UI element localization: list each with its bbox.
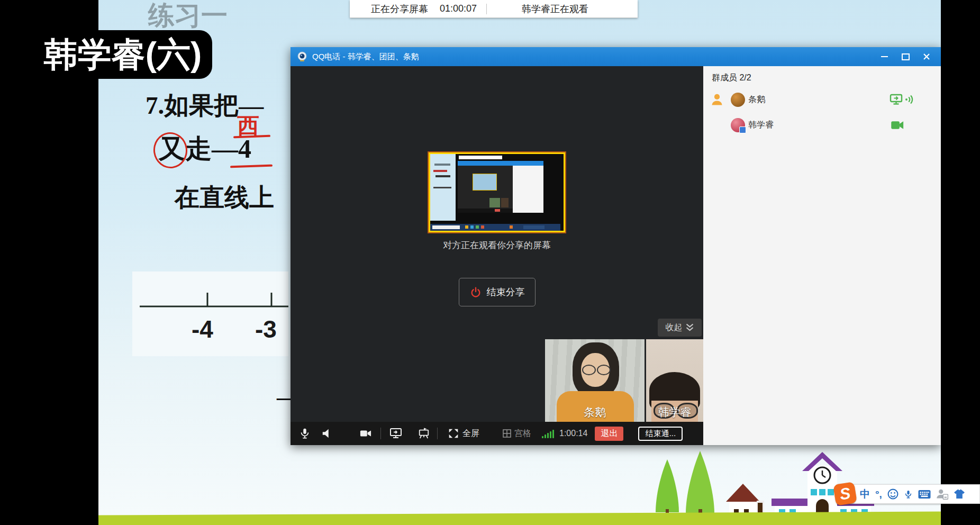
preview-window: [458, 161, 543, 213]
members-panel-header: 群成员 2/2: [712, 73, 941, 84]
whiteboard-button[interactable]: [418, 427, 430, 440]
power-icon: [470, 286, 482, 298]
preview-taskbar: [430, 224, 560, 231]
number-line-figure: -4 -3: [132, 271, 288, 356]
minimize-icon: [881, 56, 888, 57]
toolbar-divider: [380, 428, 381, 439]
chevron-double-down-icon: [685, 323, 694, 332]
end-share-label: 结束分享: [487, 286, 525, 298]
screen-share-button[interactable]: [389, 427, 402, 440]
annotation-name-tag: 韩学睿(六): [33, 30, 212, 79]
member-audio-icon: [905, 95, 914, 104]
member-name: 韩学睿: [748, 120, 774, 131]
collapse-videos-button[interactable]: 收起: [658, 319, 702, 337]
math-problem-line3: 在直线上: [175, 181, 274, 214]
glasses-left: [582, 365, 596, 375]
preview-slide-strip: [430, 154, 456, 221]
avatar: [731, 118, 745, 132]
toolbar-divider: [437, 428, 438, 439]
video-tile-hanxuerui[interactable]: 韩学睿: [646, 339, 703, 422]
maximize-icon: [902, 53, 910, 60]
microphone-button[interactable]: [299, 427, 311, 440]
video-name-label: 韩学睿: [646, 405, 703, 420]
voice-input-icon[interactable]: [904, 488, 913, 500]
call-toolbar: 全屏 宫格 1:00:14 退出 结束通...: [291, 422, 703, 445]
grass-strip: [98, 512, 941, 525]
grid-view-label[interactable]: 宫格: [514, 428, 531, 439]
viewer-status-label: 韩学睿正在观看: [522, 3, 588, 15]
glasses-right: [597, 365, 611, 375]
sharing-caption: 对方正在观看你分享的屏幕: [291, 239, 703, 251]
close-button[interactable]: [919, 51, 934, 62]
screen-share-status-bar: 正在分享屏幕 01:00:07 韩学睿正在观看: [350, 0, 638, 18]
preview-status-bar: [459, 156, 502, 159]
collapse-label: 收起: [666, 322, 683, 333]
skin-shirt-icon[interactable]: [954, 489, 965, 499]
member-screen-share-icon: [890, 94, 903, 105]
speaker-button[interactable]: [321, 428, 333, 439]
fullscreen-icon[interactable]: [448, 428, 459, 439]
minimize-button[interactable]: [876, 51, 892, 62]
ime-mode-chinese[interactable]: 中: [860, 487, 870, 501]
end-call-button[interactable]: 结束通...: [638, 427, 683, 441]
speaking-person-icon: [711, 93, 723, 106]
avatar-badge: [739, 126, 746, 133]
ime-punctuation[interactable]: °,: [875, 488, 882, 500]
exit-label: 退出: [601, 428, 618, 439]
group-members-panel: 群成员 2/2 条鹅 韩学睿: [703, 66, 941, 445]
status-divider: [486, 4, 487, 14]
maximize-button[interactable]: [897, 51, 913, 62]
numberline-label-neg4: -4: [192, 315, 213, 343]
avatar: [731, 93, 745, 107]
member-row-tiaoe[interactable]: 条鹅: [703, 90, 941, 109]
call-duration: 1:00:14: [559, 429, 587, 438]
grid-view-icon[interactable]: [503, 429, 511, 438]
qq-call-window: QQ电话 - 韩学睿、团团、条鹅: [291, 47, 941, 445]
camera-button[interactable]: [359, 428, 372, 439]
end-call-label: 结束通...: [646, 429, 676, 439]
close-icon: [923, 53, 930, 60]
sharing-duration: 01:00:07: [440, 3, 477, 14]
video-tile-tiaoe[interactable]: 条鹅: [545, 339, 645, 422]
sharing-status-label: 正在分享屏幕: [371, 3, 428, 15]
member-camera-icon: [891, 121, 904, 130]
sogou-logo-icon[interactable]: S: [833, 482, 857, 506]
ime-toolbar: S 中 °,: [837, 484, 980, 504]
end-share-button[interactable]: 结束分享: [459, 278, 536, 306]
member-name: 条鹅: [748, 94, 765, 105]
numberline-label-neg3: -3: [255, 315, 277, 343]
window-titlebar[interactable]: QQ电话 - 韩学睿、团团、条鹅: [291, 47, 941, 66]
emoji-icon[interactable]: [887, 488, 899, 500]
member-row-hanxuerui[interactable]: 韩学睿: [703, 115, 941, 134]
user-settings-icon[interactable]: [936, 488, 948, 500]
fullscreen-label[interactable]: 全屏: [462, 428, 479, 439]
keyboard-icon[interactable]: [918, 490, 931, 499]
slide-exercise-title: 练习一: [148, 0, 228, 33]
shared-screen-preview: [429, 152, 565, 232]
webcam-icon: [297, 51, 307, 62]
call-main-area: 对方正在观看你分享的屏幕 结束分享 收起 条鹅: [291, 66, 703, 445]
window-title: QQ电话 - 韩学睿、团团、条鹅: [312, 52, 419, 62]
video-name-label: 条鹅: [545, 405, 645, 420]
signal-strength-icon: [542, 429, 555, 438]
exit-button[interactable]: 退出: [595, 427, 623, 441]
number-line-svg: [132, 271, 288, 356]
